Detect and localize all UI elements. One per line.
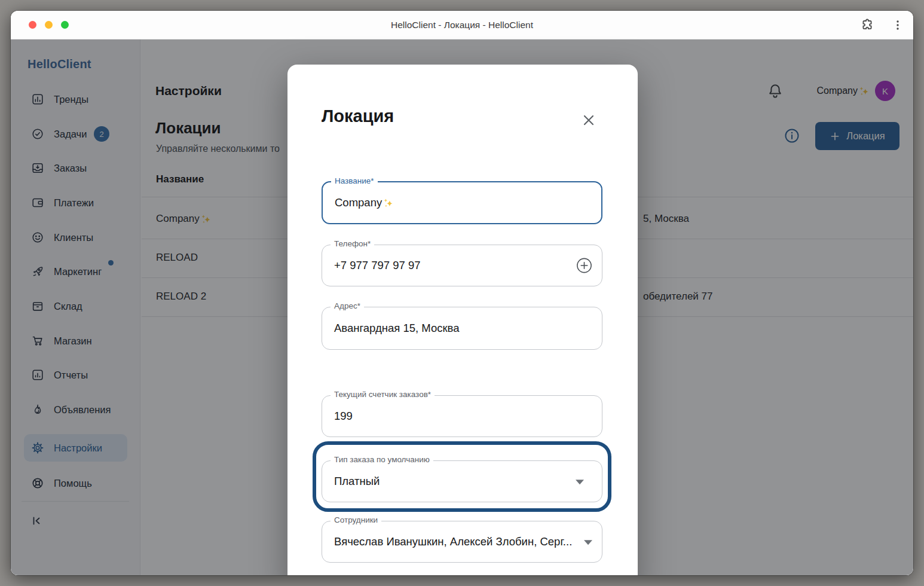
employees-label: Сотрудники (331, 515, 381, 524)
titlebar: HelloClient - Локация - HelloClient (11, 11, 913, 39)
add-phone-icon[interactable] (576, 258, 592, 274)
order-counter-field[interactable]: Текущий счетчик заказов* 199 (322, 395, 602, 437)
phone-field-value: +7 977 797 97 97 (334, 259, 421, 272)
phone-field-label: Телефон* (331, 239, 374, 248)
browser-menu-icon[interactable] (891, 18, 905, 32)
chevron-down-icon[interactable] (576, 480, 584, 484)
address-field[interactable]: Адрес* Авангардная 15, Москва (322, 307, 602, 350)
modal-title: Локация (322, 106, 394, 126)
chevron-down-icon[interactable] (584, 540, 592, 545)
name-field[interactable]: Название* Company (322, 181, 602, 224)
location-modal: Локация Название* Company Телефон* +7 97… (287, 65, 638, 575)
order-counter-field-label: Текущий счетчик заказов* (331, 390, 435, 399)
default-order-type-value: Платный (334, 475, 380, 488)
sparkle-icon (383, 198, 393, 208)
employees-select[interactable]: Сотрудники Вячеслав Иванушкин, Алексей З… (322, 521, 602, 563)
address-field-value: Авангардная 15, Москва (334, 322, 459, 335)
window-title: HelloClient - Локация - HelloClient (11, 11, 913, 39)
close-icon[interactable] (580, 112, 597, 129)
default-order-type-label: Тип заказа по умолчанию (331, 455, 433, 464)
phone-field[interactable]: Телефон* +7 977 797 97 97 (322, 245, 602, 286)
default-order-type-select[interactable]: Тип заказа по умолчанию Платный (322, 460, 602, 502)
order-counter-field-value: 199 (334, 410, 353, 423)
name-field-value: Company (335, 196, 393, 209)
address-field-label: Адрес* (331, 301, 364, 310)
name-field-label: Название* (331, 176, 378, 185)
employees-value: Вячеслав Иванушкин, Алексей Злобин, Серг… (334, 535, 572, 548)
app-window: HelloClient - Локация - HelloClient Hell… (11, 11, 913, 575)
extensions-icon[interactable] (860, 18, 874, 32)
